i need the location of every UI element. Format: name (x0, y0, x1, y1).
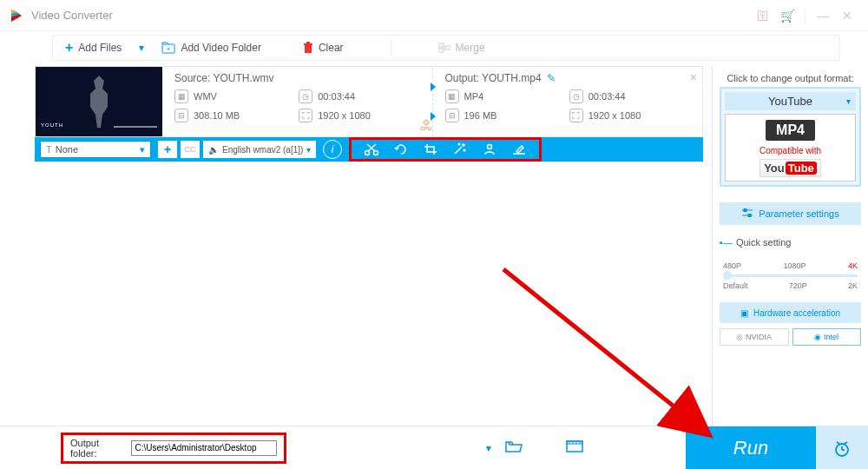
quality-slider[interactable]: 480P1080P4K Default720P2K (720, 253, 861, 290)
watermark-button[interactable] (475, 142, 504, 157)
info-button[interactable]: i (323, 140, 342, 159)
parameter-settings-button[interactable]: Parameter settings (720, 202, 861, 225)
svg-rect-4 (306, 42, 310, 43)
audio-track-dropdown[interactable]: 🔈 English wmav2 (a[1]) ▾ (203, 141, 316, 158)
add-files-dropdown[interactable]: ▾ (134, 42, 149, 54)
merge-button[interactable]: Merge (426, 36, 497, 60)
source-resolution: 1920 x 1080 (318, 110, 371, 121)
svg-rect-25 (744, 209, 746, 212)
chevron-down-icon: ▾ (846, 96, 851, 106)
subtitle-value: None (56, 144, 78, 155)
clock-icon: ◷ (569, 89, 583, 103)
output-folder-dropdown[interactable]: ▾ (486, 442, 491, 454)
chip-icon: ▣ (740, 308, 748, 318)
title-bar: Video Converter ⚿ 🛒 — ✕ (0, 0, 868, 31)
format-hint-label: Click to change output format: (720, 73, 861, 83)
trim-button[interactable] (357, 142, 386, 157)
svg-rect-7 (445, 46, 450, 50)
output-duration: 00:03:44 (589, 91, 626, 102)
profile-name: YouTube (768, 95, 812, 108)
output-folder-group: Output folder: (61, 433, 286, 464)
snapshot-folder-button[interactable] (566, 439, 583, 457)
output-format: MP4 (464, 91, 484, 102)
format-card: MP4 Compatible with YouTube (725, 114, 856, 182)
output-info: × Output: YOUTH.mp4✎ ▦MP4 ◷00:03:44 ⊟196… (433, 67, 703, 136)
key-icon[interactable]: ⚿ (751, 3, 775, 28)
output-folder-input[interactable] (131, 440, 277, 456)
svg-rect-5 (438, 43, 444, 47)
dimensions-icon: ⛶ (569, 109, 583, 122)
hardware-accel-button[interactable]: ▣ Hardware acceleration (720, 302, 861, 323)
format-badge: MP4 (766, 120, 815, 141)
clear-button[interactable]: Clear (291, 36, 356, 60)
edit-output-name-button[interactable]: ✎ (547, 72, 556, 84)
svg-rect-26 (748, 215, 751, 217)
source-label: Source: YOUTH.wmv (174, 72, 424, 84)
audio-value: English wmav2 (a[1]) (222, 145, 303, 155)
app-title: Video Converter (31, 9, 113, 22)
source-info: Source: YOUTH.wmv ▦WMV ◷00:03:44 ⊟308.10… (162, 67, 432, 136)
svg-text:+: + (167, 45, 171, 53)
gpu-label: GPU (420, 126, 431, 131)
close-button[interactable]: ✕ (835, 3, 859, 28)
main-toolbar: + Add Files ▾ + Add Video Folder Clear M… (52, 35, 840, 61)
bottom-bar: Output folder: ▾ Run (0, 426, 868, 469)
gpu-icon: GPU (420, 119, 432, 131)
add-folder-label: Add Video Folder (181, 42, 261, 54)
youtube-logo-icon: YouTube (760, 159, 821, 177)
nvidia-chip[interactable]: ◎ NVIDIA (720, 328, 789, 346)
disk-icon: ⊟ (174, 109, 188, 122)
effect-button[interactable] (445, 142, 475, 157)
svg-rect-2 (305, 45, 312, 53)
remove-file-button[interactable]: × (690, 70, 697, 84)
cart-icon[interactable]: 🛒 (775, 3, 799, 28)
subtitle-dropdown[interactable]: T None ▾ (40, 141, 151, 158)
cc-button[interactable]: CC (181, 141, 200, 158)
merge-label: Merge (456, 42, 485, 54)
output-format-box[interactable]: YouTube▾ MP4 Compatible with YouTube (720, 87, 861, 187)
svg-point-18 (463, 144, 464, 146)
svg-line-17 (455, 147, 462, 154)
add-files-label: Add Files (78, 42, 122, 54)
output-size: 196 MB (464, 110, 497, 121)
crop-button[interactable] (416, 142, 445, 157)
hw-label: Hardware acceleration (753, 308, 840, 318)
main-area: YOUTH Source: YOUTH.wmv ▦WMV ◷00:03:44 ⊟… (0, 66, 868, 429)
file-list: YOUTH Source: YOUTH.wmv ▦WMV ◷00:03:44 ⊟… (0, 66, 712, 429)
trash-icon (303, 42, 313, 54)
svg-rect-6 (438, 49, 444, 52)
output-resolution: 1920 x 1080 (589, 110, 641, 121)
quick-setting-label: ▪—Quick setting (720, 237, 861, 248)
svg-line-37 (845, 442, 847, 444)
plus-icon: + (65, 40, 73, 56)
open-folder-button[interactable] (505, 439, 523, 457)
add-folder-button[interactable]: + Add Video Folder (149, 36, 273, 60)
compat-label: Compatible with (729, 146, 852, 155)
svg-point-21 (488, 145, 492, 149)
run-button[interactable]: Run (686, 426, 816, 470)
subtitle-edit-button[interactable] (504, 142, 534, 157)
thumb-label: YOUTH (41, 122, 63, 128)
shutdown-timer-button[interactable] (816, 426, 868, 470)
edit-tools-group (349, 137, 542, 162)
add-files-button[interactable]: + Add Files (53, 36, 134, 60)
param-label: Parameter settings (759, 208, 838, 219)
rotate-button[interactable] (386, 142, 416, 157)
source-format: WMV (194, 91, 217, 102)
folder-plus-icon: + (161, 42, 175, 54)
intel-chip[interactable]: ◉ Intel (792, 328, 862, 346)
source-duration: 00:03:44 (318, 91, 355, 102)
output-label: Output: YOUTH.mp4 (445, 72, 542, 84)
svg-point-20 (458, 143, 460, 145)
svg-point-19 (464, 149, 465, 151)
sliders-icon (741, 208, 753, 220)
right-panel: Click to change output format: YouTube▾ … (712, 66, 868, 429)
minimize-button[interactable]: — (811, 3, 835, 28)
format-icon: ▦ (445, 89, 459, 103)
output-folder-label: Output folder: (70, 438, 128, 459)
video-thumbnail[interactable]: YOUTH (36, 67, 162, 136)
add-subtitle-button[interactable]: + (158, 141, 177, 158)
disk-icon: ⊟ (445, 109, 459, 122)
dimensions-icon: ⛶ (299, 109, 312, 122)
file-control-bar: T None ▾ + CC 🔈 English wmav2 (a[1]) ▾ i (35, 137, 703, 162)
